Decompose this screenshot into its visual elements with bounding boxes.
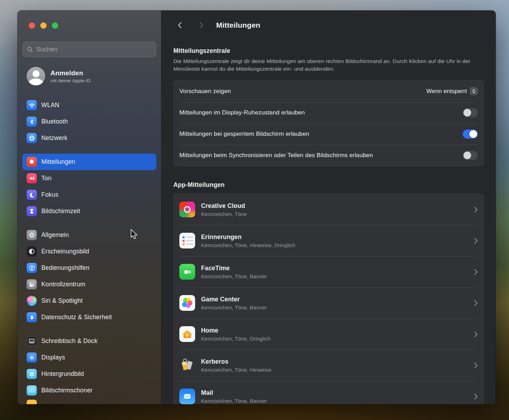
app-row-facetime[interactable]: FaceTime Kennzeichen, Töne, Banner bbox=[174, 256, 483, 287]
sidebar-item-label: Datenschutz & Sicherheit bbox=[41, 314, 112, 321]
flower-icon bbox=[27, 369, 37, 379]
reminders-icon bbox=[179, 233, 195, 248]
app-name: Erinnerungen bbox=[201, 233, 295, 241]
sidebar-item-kontrollzentrum[interactable]: Kontrollzentrum bbox=[22, 276, 156, 293]
content-pane: Mitteilungen Mitteilungszentrale Die Mit… bbox=[161, 10, 496, 404]
sidebar-group-network: WLAN Bluetooth Netzwerk bbox=[22, 97, 156, 146]
sidebar-item-label: Bildschirmzeit bbox=[41, 208, 80, 215]
hand-icon bbox=[27, 312, 37, 322]
app-settings-summary: Kennzeichen, Töne, Banner bbox=[201, 304, 267, 310]
app-row-mail[interactable]: Mail Kennzeichen, Töne, Banner bbox=[174, 381, 483, 404]
row-label: Mitteilungen im Display-Ruhezustand erla… bbox=[179, 109, 305, 116]
creative-cloud-icon bbox=[179, 202, 195, 217]
battery-icon-partial[interactable] bbox=[27, 400, 37, 404]
signin-title: Anmelden bbox=[50, 69, 91, 77]
section-heading-app-mitteilungen: App-Mitteilungen bbox=[173, 181, 484, 189]
sidebar-item-hintergrundbild[interactable]: Hintergrundbild bbox=[22, 366, 156, 382]
forward-button[interactable] bbox=[197, 21, 206, 30]
app-settings-summary: Kennzeichen, Töne, Banner bbox=[201, 273, 267, 279]
profile-signin[interactable]: Anmelden mit deiner Apple-ID bbox=[22, 67, 156, 85]
speaker-icon bbox=[27, 173, 37, 183]
sidebar-item-mitteilungen[interactable]: Mitteilungen bbox=[22, 154, 156, 170]
hourglass-icon bbox=[27, 206, 37, 216]
sidebar-item-label: Siri & Spotlight bbox=[41, 297, 83, 304]
search-input[interactable] bbox=[36, 46, 152, 53]
sidebar-item-fokus[interactable]: Fokus bbox=[22, 187, 156, 203]
app-name: Creative Cloud bbox=[201, 202, 247, 210]
page-title: Mitteilungen bbox=[216, 21, 260, 29]
sidebar-item-label: Kontrollzentrum bbox=[41, 281, 85, 288]
previews-select[interactable]: Wenn entsperrt bbox=[426, 87, 478, 95]
screensaver-icon bbox=[27, 385, 37, 396]
back-button[interactable] bbox=[176, 21, 185, 30]
row-synchronisieren-teilen: Mitteilungen beim Synchronisieren oder T… bbox=[174, 145, 483, 166]
wifi-icon bbox=[27, 100, 37, 110]
app-settings-summary: Kennzeichen, Töne bbox=[201, 211, 247, 217]
close-button[interactable] bbox=[29, 22, 35, 29]
sidebar-item-label: Mitteilungen bbox=[41, 158, 75, 166]
sidebar-item-wlan[interactable]: WLAN bbox=[22, 97, 156, 113]
search-field[interactable] bbox=[22, 42, 156, 57]
sidebar-item-erscheinungsbild[interactable]: Erscheinungsbild bbox=[22, 243, 156, 260]
siri-icon bbox=[27, 296, 37, 306]
sidebar-group-notifications: Mitteilungen Ton Fokus Bildschirmzeit bbox=[22, 154, 156, 219]
sidebar-item-ton[interactable]: Ton bbox=[22, 170, 156, 187]
toggle-lock-screen[interactable] bbox=[463, 130, 478, 139]
sidebar-item-label: Displays bbox=[41, 354, 65, 361]
sidebar-item-label: Schreibtisch & Dock bbox=[41, 337, 97, 345]
sidebar-item-bildschirmschoner[interactable]: Bildschirmschoner bbox=[22, 382, 156, 399]
avatar bbox=[27, 67, 45, 85]
chevron-right-icon bbox=[474, 362, 478, 369]
app-row-game-center[interactable]: Game Center Kennzeichen, Töne, Banner bbox=[174, 287, 483, 318]
app-name: FaceTime bbox=[201, 265, 267, 272]
chevron-left-icon bbox=[176, 21, 184, 29]
sidebar-group-general: Allgemein Erscheinungsbild Bedienungshil… bbox=[22, 227, 156, 326]
toggle-screen-sharing[interactable] bbox=[463, 151, 478, 160]
sidebar-item-label: Allgemein bbox=[41, 231, 69, 239]
notification-center-card: Vorschauen zeigen Wenn entsperrt Mitteil… bbox=[173, 80, 484, 166]
chevron-right-icon bbox=[474, 206, 478, 213]
chevron-right-icon bbox=[474, 269, 478, 275]
chevron-right-icon bbox=[474, 393, 478, 400]
desktop-dock-icon bbox=[27, 336, 37, 346]
chevron-right-icon bbox=[474, 238, 478, 244]
sidebar-item-displays[interactable]: Displays bbox=[22, 349, 156, 366]
app-name: Game Center bbox=[201, 296, 267, 303]
sidebar-item-label: Erscheinungsbild bbox=[41, 248, 89, 255]
system-settings-window: Anmelden mit deiner Apple-ID WLAN Blueto… bbox=[18, 10, 496, 404]
gear-icon bbox=[27, 230, 37, 240]
zoom-button[interactable] bbox=[52, 22, 58, 29]
sidebar-item-bedienungshilfen[interactable]: Bedienungshilfen bbox=[22, 260, 156, 276]
sidebar-item-siri-spotlight[interactable]: Siri & Spotlight bbox=[22, 293, 156, 309]
section-description: Die Mitteilungszentrale zeigt dir deine … bbox=[173, 57, 477, 73]
kerberos-icon bbox=[179, 357, 195, 373]
app-notifications-card: Creative Cloud Kennzeichen, Töne Erinner… bbox=[173, 194, 484, 404]
app-name: Kerberos bbox=[201, 358, 271, 365]
select-value: Wenn entsperrt bbox=[426, 88, 467, 95]
facetime-icon bbox=[179, 264, 195, 280]
sidebar-item-label: Netzwerk bbox=[41, 134, 68, 142]
app-row-erinnerungen[interactable]: Erinnerungen Kennzeichen, Töne, Hinweise… bbox=[174, 225, 483, 256]
sidebar-item-label: Fokus bbox=[41, 191, 59, 198]
row-display-ruhezustand: Mitteilungen im Display-Ruhezustand erla… bbox=[174, 102, 483, 123]
sidebar-group-desktop: Schreibtisch & Dock Displays Hintergrund… bbox=[22, 333, 156, 399]
row-label: Vorschauen zeigen bbox=[179, 88, 231, 95]
row-vorschauen-zeigen: Vorschauen zeigen Wenn entsperrt bbox=[174, 80, 483, 102]
sidebar-item-bluetooth[interactable]: Bluetooth bbox=[22, 113, 156, 130]
sidebar: Anmelden mit deiner Apple-ID WLAN Blueto… bbox=[18, 10, 161, 404]
app-row-kerberos[interactable]: Kerberos Kennzeichen, Töne, Hinweise bbox=[174, 350, 483, 381]
sidebar-item-label: Bluetooth bbox=[41, 118, 68, 125]
app-row-creative-cloud[interactable]: Creative Cloud Kennzeichen, Töne bbox=[174, 194, 483, 225]
row-label: Mitteilungen bei gesperrtem Bildschirm e… bbox=[179, 131, 309, 138]
toggle-display-sleep[interactable] bbox=[463, 108, 478, 117]
app-name: Home bbox=[201, 327, 270, 334]
sidebar-item-netzwerk[interactable]: Netzwerk bbox=[22, 130, 156, 146]
app-settings-summary: Kennzeichen, Töne, Dringlich bbox=[201, 336, 270, 342]
app-row-home[interactable]: Home Kennzeichen, Töne, Dringlich bbox=[174, 318, 483, 350]
sidebar-item-schreibtisch-dock[interactable]: Schreibtisch & Dock bbox=[22, 333, 156, 349]
minimize-button[interactable] bbox=[40, 22, 47, 29]
sidebar-item-label: Hintergrundbild bbox=[41, 370, 84, 378]
globe-icon bbox=[27, 133, 37, 143]
sidebar-item-datenschutz[interactable]: Datenschutz & Sicherheit bbox=[22, 309, 156, 326]
sidebar-item-bildschirmzeit[interactable]: Bildschirmzeit bbox=[22, 203, 156, 219]
